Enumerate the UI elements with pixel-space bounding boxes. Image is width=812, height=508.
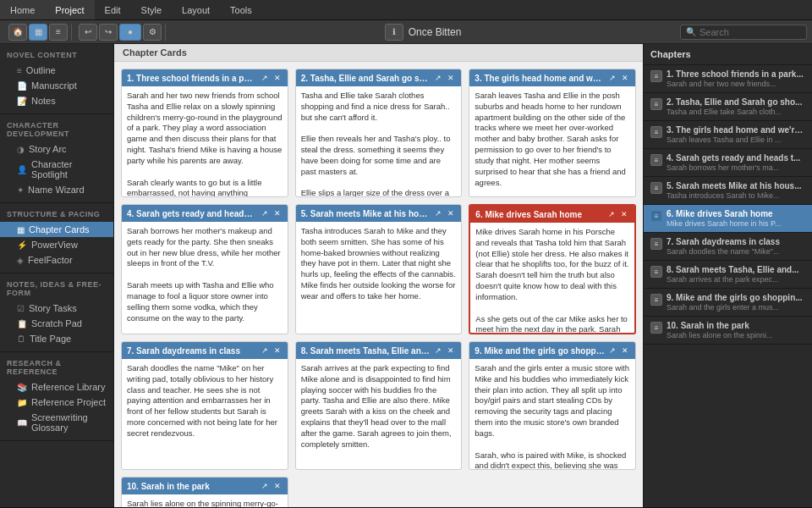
tab-project[interactable]: Project [45,0,94,19]
toolbar-settings-btn[interactable]: ⚙ [143,24,162,41]
chapter-item-6[interactable]: ≡ 6. Mike drives Sarah home Mike drives … [644,205,812,233]
card-8[interactable]: 8. Sarah meets Tasha, Ellie and Mike in … [295,341,463,470]
chapter-desc-2: Tasha and Ellie take Sarah cloth... [667,108,805,116]
card-expand-icon-9[interactable]: ↗ [607,345,617,356]
card-expand-icon-10[interactable]: ↗ [260,481,270,491]
card-close-icon-1[interactable]: ✕ [272,73,283,83]
card-6[interactable]: 6. Mike drives Sarah home ↗ ✕ Mike drive… [469,204,636,334]
card-7[interactable]: 7. Sarah daydreams in class ↗ ✕ Sarah do… [121,341,288,470]
chapter-name-10: 10. Sarah in the park [667,321,805,330]
chapter-name-5: 5. Sarah meets Mike at his hous... [667,181,805,190]
sidebar-item-story-arc[interactable]: ◑ Story Arc [0,141,113,157]
card-expand-icon-2[interactable]: ↗ [433,73,443,83]
toolbar-mode-btn[interactable]: ● [119,24,141,41]
card-expand-icon-1[interactable]: ↗ [260,73,270,83]
chapter-item-5[interactable]: ≡ 5. Sarah meets Mike at his hous... Tas… [644,177,812,205]
chapter-icon-1: ≡ [650,70,662,82]
sidebar-item-manuscript[interactable]: 📄 Manuscript [0,78,113,93]
cards-grid: 1. Three school friends in a park playgr… [114,62,643,507]
search-input[interactable] [700,27,801,37]
card-close-icon-3[interactable]: ✕ [620,73,630,83]
toolbar-action-section: ↩ ↪ ● ⚙ [75,24,166,41]
main-layout: Novel Content ≡ Outline 📄 Manuscript 📝 N… [0,44,812,507]
chapter-item-3[interactable]: ≡ 3. The girls head home and we're... Sa… [644,121,812,149]
title-page-icon: 🗒 [17,334,25,344]
tab-layout[interactable]: Layout [172,0,220,19]
card-expand-icon-4[interactable]: ↗ [260,208,270,218]
chapter-name-1: 1. Three school friends in a park... [667,69,805,79]
chapter-item-10[interactable]: ≡ 10. Sarah in the park Sarah lies alone… [644,317,812,345]
card-close-icon-8[interactable]: ✕ [446,345,456,356]
card-expand-icon-7[interactable]: ↗ [260,345,270,356]
sidebar-item-title-page-label: Title Page [30,334,71,344]
chapter-icon-8: ≡ [650,266,662,278]
toolbar-redo-btn[interactable]: ↪ [99,24,118,41]
card-close-icon-9[interactable]: ✕ [620,345,630,356]
sidebar-item-screenwriting-glossary[interactable]: 📖 Screenwriting Glossary [0,410,113,435]
toolbar-home-btn[interactable]: 🏠 [8,24,27,41]
sidebar-item-title-page[interactable]: 🗒 Title Page [0,331,113,346]
card-header-10: 10. Sarah in the park ↗ ✕ [122,478,288,494]
card-header-7: 7. Sarah daydreams in class ↗ ✕ [122,342,288,359]
sidebar-section-novel-title: Novel Content [0,49,113,63]
sidebar-item-feelfactor[interactable]: ◈ FeelFactor [0,252,113,268]
card-10[interactable]: 10. Sarah in the park ↗ ✕ Sarah lies alo… [121,477,288,507]
chapter-name-3: 3. The girls head home and we're... [667,125,805,135]
card-body-6: Mike drives Sarah home in his Porsche an… [470,223,634,333]
chapter-item-2[interactable]: ≡ 2. Tasha, Ellie and Sarah go sho... Ta… [644,93,812,121]
toolbar-view1-btn[interactable]: ▦ [29,24,47,41]
sidebar-item-story-arc-label: Story Arc [29,144,67,154]
sidebar-item-scratch-pad[interactable]: 📋 Scratch Pad [0,316,113,331]
tab-style[interactable]: Style [131,0,172,19]
sidebar-item-powerview-label: PowerView [31,240,78,250]
card-expand-icon-6[interactable]: ↗ [606,209,617,219]
card-title-8: 8. Sarah meets Tasha, Ellie and Mike in … [301,346,431,356]
card-expand-icon-3[interactable]: ↗ [607,73,617,83]
card-9[interactable]: 9. Mike and the girls go shopping ↗ ✕ Sa… [469,341,636,470]
sidebar-item-story-tasks-label: Story Tasks [29,303,77,313]
sidebar-item-reference-project[interactable]: 📁 Reference Project [0,395,113,410]
sidebar-item-powerview[interactable]: ⚡ PowerView [0,237,113,252]
card-2[interactable]: 2. Tasha, Ellie and Sarah go shopping ↗ … [295,69,463,197]
toolbar-view2-btn[interactable]: ≡ [49,24,68,41]
card-header-3: 3. The girls head home and we're introdu… [469,69,635,86]
card-close-icon-5[interactable]: ✕ [446,208,456,218]
card-title-2: 2. Tasha, Ellie and Sarah go shopping [301,74,431,83]
chapter-text-4: 4. Sarah gets ready and heads t... Sarah… [667,153,805,172]
chapter-item-4[interactable]: ≡ 4. Sarah gets ready and heads t... Sar… [644,149,812,177]
card-5[interactable]: 5. Sarah meets Mike at his house party a… [295,204,463,334]
card-close-icon-10[interactable]: ✕ [272,481,283,491]
chapter-item-9[interactable]: ≡ 9. Mike and the girls go shoppin... Sa… [644,289,812,317]
card-3[interactable]: 3. The girls head home and we're introdu… [469,69,636,197]
chapter-text-1: 1. Three school friends in a park... Sar… [667,69,805,88]
card-expand-icon-8[interactable]: ↗ [433,345,443,356]
card-close-icon-7[interactable]: ✕ [272,345,283,356]
toolbar-info-btn[interactable]: ℹ [385,24,403,41]
toolbar-title: ℹ Once Bitten [169,24,677,41]
card-expand-icon-5[interactable]: ↗ [433,208,443,218]
outline-icon: ≡ [17,66,22,75]
sidebar-item-story-tasks[interactable]: ☑ Story Tasks [0,301,113,316]
toolbar-undo-btn[interactable]: ↩ [79,24,97,41]
tab-home[interactable]: Home [0,0,45,19]
card-close-icon-2[interactable]: ✕ [446,73,456,83]
tab-tools[interactable]: Tools [220,0,262,19]
card-body-3: Sarah leaves Tasha and Ellie in the posh… [469,86,635,196]
card-4[interactable]: 4. Sarah gets ready and heads to party w… [121,204,288,334]
chapter-item-8[interactable]: ≡ 8. Sarah meets Tasha, Ellie and... Sar… [644,261,812,289]
chapter-item-1[interactable]: ≡ 1. Three school friends in a park... S… [644,65,812,93]
card-1[interactable]: 1. Three school friends in a park playgr… [121,69,288,197]
chapter-text-9: 9. Mike and the girls go shoppin... Sara… [667,293,805,312]
sidebar-item-manuscript-label: Manuscript [31,80,77,91]
sidebar-item-reference-library[interactable]: 📚 Reference Library [0,379,113,395]
sidebar-item-name-wizard[interactable]: ✦ Name Wizard [0,182,113,197]
sidebar-item-character-spotlight[interactable]: 👤 Character Spotlight [0,157,113,182]
chapter-icon-5: ≡ [650,182,662,194]
card-close-icon-6[interactable]: ✕ [619,209,629,219]
sidebar-item-outline[interactable]: ≡ Outline [0,63,113,78]
chapter-item-7[interactable]: ≡ 7. Sarah daydreams in class Sarah dood… [644,233,812,261]
card-close-icon-4[interactable]: ✕ [272,208,283,218]
sidebar-item-chapter-cards[interactable]: ▦ Chapter Cards [0,222,113,237]
sidebar-item-notes[interactable]: 📝 Notes [0,93,113,108]
tab-edit[interactable]: Edit [95,0,131,19]
